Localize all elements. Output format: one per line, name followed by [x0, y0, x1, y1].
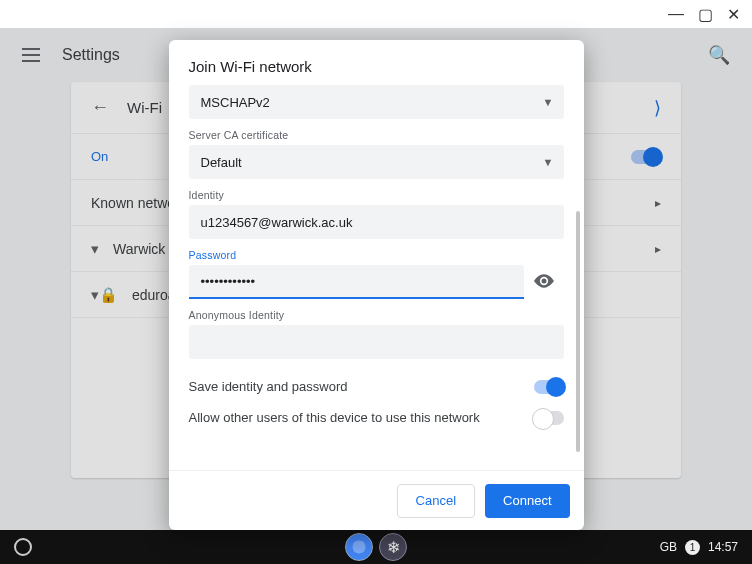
anon-identity-label: Anonymous Identity	[189, 309, 564, 321]
password-value: ••••••••••••	[201, 274, 256, 289]
share-network-label: Allow other users of this device to use …	[189, 410, 480, 425]
window-minimize-icon[interactable]: —	[668, 5, 684, 23]
ca-cert-select[interactable]: Default ▼	[189, 145, 564, 179]
window-maximize-icon[interactable]: ▢	[698, 5, 713, 24]
phase2-select[interactable]: MSCHAPv2 ▼	[189, 85, 564, 119]
join-wifi-dialog: Join Wi-Fi network MSCHAPv2 ▼ Server CA …	[169, 40, 584, 530]
connect-button[interactable]: Connect	[485, 484, 569, 518]
ca-cert-value: Default	[201, 155, 242, 170]
chevron-down-icon: ▼	[543, 96, 554, 108]
scrollbar[interactable]	[576, 211, 580, 452]
identity-input[interactable]: u1234567@warwick.ac.uk	[189, 205, 564, 239]
anon-identity-input[interactable]	[189, 325, 564, 359]
chevron-down-icon: ▼	[543, 156, 554, 168]
shelf: ❄ GB 1 14:57	[0, 530, 752, 564]
identity-label: Identity	[189, 189, 564, 201]
save-identity-toggle[interactable]	[534, 380, 564, 394]
chrome-app-icon[interactable]	[345, 533, 373, 561]
cancel-button[interactable]: Cancel	[397, 484, 475, 518]
launcher-icon[interactable]	[14, 538, 32, 556]
system-tray[interactable]: GB 1 14:57	[660, 540, 752, 555]
identity-value: u1234567@warwick.ac.uk	[201, 215, 353, 230]
modal-overlay: Join Wi-Fi network MSCHAPv2 ▼ Server CA …	[0, 28, 752, 530]
clock: 14:57	[708, 540, 738, 554]
locale-indicator: GB	[660, 540, 677, 554]
show-password-icon[interactable]	[534, 272, 554, 293]
password-input[interactable]: ••••••••••••	[189, 265, 524, 299]
share-network-toggle[interactable]	[534, 411, 564, 425]
window-close-icon[interactable]: ✕	[727, 5, 740, 24]
dialog-title: Join Wi-Fi network	[169, 40, 584, 85]
phase2-value: MSCHAPv2	[201, 95, 270, 110]
password-label: Password	[189, 249, 564, 261]
files-app-icon[interactable]: ❄	[379, 533, 407, 561]
save-identity-label: Save identity and password	[189, 379, 348, 394]
notification-badge: 1	[685, 540, 700, 555]
ca-cert-label: Server CA certificate	[189, 129, 564, 141]
